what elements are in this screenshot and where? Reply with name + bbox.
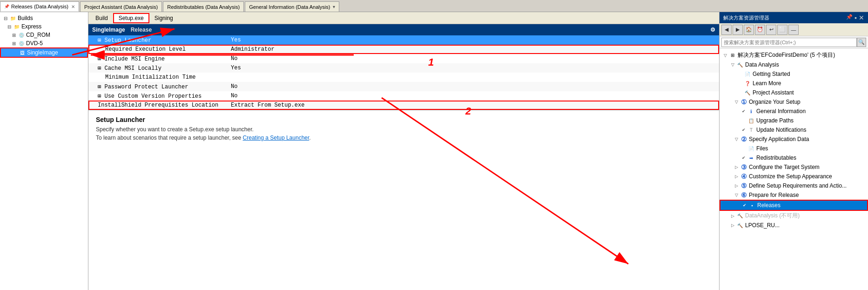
rt-general-info[interactable]: ✔ ℹ General Information <box>720 107 868 116</box>
rt-redistributables[interactable]: ✔ ➡ Redistributables <box>720 153 868 162</box>
tree-item-dvd5[interactable]: ⊞ 💿 DVD-5 <box>0 39 88 47</box>
singleimage-icon: 🖼 <box>19 49 26 56</box>
pin-panel-icon[interactable]: 📌 <box>846 14 853 21</box>
prop-value[interactable]: Yes <box>228 35 719 45</box>
release-tab[interactable]: Release <box>131 27 152 33</box>
expand-icon[interactable]: ▽ <box>733 100 740 104</box>
rt-configure-target[interactable]: ▷ ③ Configure the Target System <box>720 162 868 172</box>
prop-value[interactable]: No <box>228 82 719 91</box>
tree-item-cdrom[interactable]: ⊞ 💿 CD_ROM <box>0 31 88 39</box>
rt-specify-app[interactable]: ▽ ② Specify Application Data <box>720 135 868 144</box>
rt-label: Learn More <box>753 80 781 87</box>
tab-redistributables[interactable]: Redistributables (Data Analysis) <box>163 1 244 12</box>
expand-icon[interactable]: ✔ <box>740 128 747 132</box>
expand-icon[interactable]: ▽ <box>733 193 740 197</box>
expand-icon[interactable]: ▽ <box>729 62 736 67</box>
prop-value[interactable]: Administrator <box>228 45 719 54</box>
rt-customize-appearance[interactable]: ▷ ④ Customize the Setup Appearance <box>720 172 868 181</box>
rt-lpose-ru[interactable]: ▷ 🔨 LPOSE_RU... <box>720 221 868 230</box>
rt-label: General Information <box>756 108 806 115</box>
description-area: Setup Launcher Specify whether you want … <box>88 110 719 290</box>
dropdown-icon[interactable]: ▾ <box>333 4 335 9</box>
gear-icon[interactable]: ⚙ <box>710 27 715 33</box>
prop-name: ⊞ Cache MSI Locally <box>88 63 228 73</box>
expand-icon[interactable]: ▽ <box>733 137 740 142</box>
expand-icon[interactable]: ▽ <box>721 53 729 58</box>
minimize-btn[interactable]: — <box>788 25 799 35</box>
expand-icon[interactable]: ▷ <box>729 214 736 218</box>
subtab-setupexe[interactable]: Setup.exe <box>113 13 149 23</box>
prop-value[interactable]: Extract From Setup.exe <box>228 101 719 110</box>
section-title: SingleImage <box>92 27 125 33</box>
prop-row-req-exec[interactable]: Required Execution Level Administrator <box>88 45 719 54</box>
prop-row-setup-launcher[interactable]: ⊞ Setup Launcher Yes <box>88 35 719 45</box>
search-btn[interactable]: 🔍 <box>857 38 866 47</box>
close-icon[interactable]: ✕ <box>71 4 75 9</box>
expand-icon[interactable]: ⊞ <box>10 33 18 38</box>
refresh-btn[interactable]: ⏰ <box>755 25 765 35</box>
rt-releases[interactable]: ✔ ▪ Releases <box>720 200 868 211</box>
tab-general-info[interactable]: General Information (Data Analysis) ▾ <box>245 1 339 12</box>
rt-update-notifications[interactable]: ✔ T Update Notifications <box>720 125 868 135</box>
expand-icon[interactable]: ✔ <box>740 109 747 114</box>
rt-data-analysis-disabled[interactable]: ▷ 🔨 DataAnalysis (不可用) <box>720 211 868 221</box>
rt-define-reqs[interactable]: ▷ ⑤ Define Setup Requirements and Actio.… <box>720 181 868 190</box>
prop-row-pass-protect[interactable]: ⊞ Password Protect Launcher No <box>88 82 719 91</box>
maximize-icon[interactable]: ▪ <box>855 14 857 21</box>
expand-icon[interactable]: ▷ <box>729 223 736 228</box>
subtab-signing[interactable]: Signing <box>149 13 178 23</box>
rt-learn-more[interactable]: ❓ Learn More <box>720 79 868 88</box>
desc-text-after-link: . <box>309 135 310 141</box>
tab-project-assistant[interactable]: Project Assistant (Data Analysis) <box>80 1 162 12</box>
expand-icon[interactable]: ✔ <box>740 155 747 160</box>
close-panel-icon[interactable]: ✕ <box>859 14 864 21</box>
prop-row-include-msi[interactable]: ⊞ Include MSI Engine No <box>88 54 719 63</box>
rt-getting-started[interactable]: 📄 Getting Started <box>720 69 868 79</box>
expand-icon[interactable]: ⊟ <box>6 24 13 29</box>
prop-value[interactable]: No <box>228 91 719 101</box>
folder-icon: 📁 <box>13 23 20 30</box>
back-btn[interactable]: ◀ <box>721 25 732 35</box>
expand-icon[interactable]: ⊞ <box>10 41 18 46</box>
rt-organize-setup[interactable]: ▽ ① Organize Your Setup <box>720 97 868 107</box>
prop-row-cache-msi[interactable]: ⊞ Cache MSI Locally Yes <box>88 63 719 73</box>
configure-icon: ③ <box>740 163 747 171</box>
customize-icon: ④ <box>740 173 747 180</box>
prop-row-prereq[interactable]: InstallShield Prerequisites Location Ext… <box>88 101 719 110</box>
expand-icon[interactable]: ✔ <box>741 203 748 208</box>
tree-item-singleimage[interactable]: 🖼 SingleImage <box>0 47 88 58</box>
redo-btn[interactable]: ⬜ <box>777 25 787 35</box>
search-input[interactable] <box>721 38 857 47</box>
expand-icon[interactable]: ⊟ <box>2 16 9 21</box>
forward-btn[interactable]: ▶ <box>733 25 743 35</box>
prop-row-min-init[interactable]: Minimum Initialization Time <box>88 73 719 82</box>
rt-upgrade-paths[interactable]: 📋 Upgrade Paths <box>720 116 868 125</box>
tree-label: Express <box>21 23 41 30</box>
expand-icon[interactable]: ▷ <box>733 165 740 169</box>
creating-setup-launcher-link[interactable]: Creating a Setup Launcher <box>243 135 310 141</box>
tab-releases[interactable]: 📌 Releases (Data Analysis) ✕ <box>0 1 79 12</box>
subtab-build[interactable]: Build <box>90 13 113 23</box>
properties-table-wrap: ⊞ Setup Launcher Yes Required Execution … <box>88 35 719 110</box>
right-panel-header-controls: 📌 ▪ ✕ <box>846 14 864 21</box>
expand-icon[interactable]: ▷ <box>733 174 740 179</box>
rt-project-assistant[interactable]: 🔨 Project Assistant <box>720 88 868 97</box>
rt-files[interactable]: 📄 Files <box>720 144 868 153</box>
prop-value[interactable]: No <box>228 54 719 63</box>
rt-prepare-release[interactable]: ▽ ⑥ Prepare for Release <box>720 190 868 200</box>
tree-item-express[interactable]: ⊟ 📁 Express <box>0 22 88 31</box>
rt-label: DataAnalysis (不可用) <box>745 212 800 220</box>
right-panel: 解决方案资源管理器 📌 ▪ ✕ ◀ ▶ 🏠 ⏰ ↩ ⬜ — 🔍 <box>719 12 868 290</box>
rt-data-analysis[interactable]: ▽ 🔨 Data Analysis <box>720 60 868 69</box>
right-toolbar: ◀ ▶ 🏠 ⏰ ↩ ⬜ — <box>720 23 868 36</box>
tree-item-builds[interactable]: ⊟ 📁 Builds <box>0 14 88 22</box>
expand-icon[interactable]: ▷ <box>733 183 740 188</box>
undo-btn[interactable]: ↩ <box>766 25 776 35</box>
home-btn[interactable]: 🏠 <box>744 25 754 35</box>
lpose-icon: 🔨 <box>736 222 744 229</box>
prop-value[interactable]: Yes <box>228 63 719 73</box>
desc-text-before-link: To learn about scenarios that require a … <box>96 135 243 141</box>
subtab-label: Signing <box>155 15 173 21</box>
prop-value[interactable] <box>228 73 719 82</box>
prop-row-use-custom[interactable]: ⊞ Use Custom Version Properties No <box>88 91 719 101</box>
